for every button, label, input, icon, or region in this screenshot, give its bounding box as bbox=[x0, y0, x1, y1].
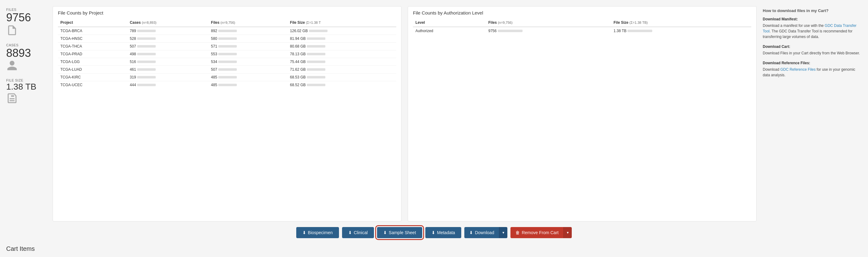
files-cell: 553 bbox=[209, 50, 287, 58]
col-project: Project bbox=[58, 19, 127, 27]
project-table-title: File Counts by Project bbox=[58, 10, 396, 15]
files-bar bbox=[218, 30, 237, 32]
cases-cell: 461 bbox=[127, 66, 208, 74]
col-level: Level bbox=[413, 19, 486, 27]
files-bar bbox=[218, 61, 237, 63]
col-auth-filesize: File Size (Σ=1.38 TB) bbox=[611, 19, 751, 27]
download-chevron-icon: ▾ bbox=[502, 230, 504, 235]
filesize-cell: 71.62 GB bbox=[287, 66, 396, 74]
cases-cell: 498 bbox=[127, 50, 208, 58]
cases-cell: 789 bbox=[127, 27, 208, 35]
cases-value: 8893 bbox=[6, 47, 46, 59]
filesize-number: 78.13 GB bbox=[290, 52, 306, 56]
auth-table-title: File Counts by Authorization Level bbox=[413, 10, 751, 15]
auth-table: Level Files (n=9,756) File Size (Σ=1.38 … bbox=[413, 19, 751, 35]
main-content: FILES 9756 CASES 8893 FILE SIZE bbox=[0, 0, 868, 221]
metadata-button[interactable]: ⬇ Metadata bbox=[425, 227, 461, 238]
info-cart: Download Cart: Download Files in your Ca… bbox=[763, 44, 862, 56]
cases-number: 789 bbox=[130, 29, 136, 33]
trash-icon: 🗑 bbox=[516, 230, 520, 235]
biospecimen-button[interactable]: ⬇ Biospecimen bbox=[296, 227, 339, 238]
sample-sheet-label: Sample Sheet bbox=[389, 230, 416, 235]
files-bar bbox=[218, 68, 237, 71]
download-caret-button[interactable]: ▾ bbox=[499, 227, 507, 238]
files-value: 9756 bbox=[6, 11, 46, 24]
filesize-bar bbox=[307, 68, 326, 71]
remove-main-button[interactable]: 🗑 Remove From Cart bbox=[510, 227, 563, 238]
disk-icon bbox=[6, 93, 46, 105]
cart-title: Download Cart: bbox=[763, 44, 862, 49]
files-bar bbox=[218, 84, 237, 86]
filesize-number: 80.68 GB bbox=[290, 44, 306, 48]
clinical-button[interactable]: ⬇ Clinical bbox=[342, 227, 374, 238]
download-icon: ⬇ bbox=[469, 230, 473, 235]
biospecimen-label: Biospecimen bbox=[308, 230, 333, 235]
cases-bar bbox=[137, 53, 156, 55]
sample-sheet-button[interactable]: ⬇ Sample Sheet bbox=[377, 227, 422, 238]
files-cell: 507 bbox=[209, 66, 287, 74]
table-row: TCGA-KIRC 319 485 68.53 GB bbox=[58, 74, 396, 81]
files-cell: 485 bbox=[209, 81, 287, 89]
files-number: 485 bbox=[211, 83, 217, 87]
remove-chevron-icon: ▾ bbox=[567, 230, 569, 235]
remove-split-button: 🗑 Remove From Cart ▾ bbox=[510, 227, 572, 238]
cases-number: 461 bbox=[130, 67, 136, 72]
table-row: Authorized 9756 1.38 TB bbox=[413, 27, 751, 35]
cases-stat: CASES 8893 bbox=[6, 43, 46, 73]
files-cell: 534 bbox=[209, 58, 287, 66]
auth-files-number: 9756 bbox=[488, 29, 497, 33]
cases-cell: 516 bbox=[127, 58, 208, 66]
filesize-cell: 75.44 GB bbox=[287, 58, 396, 66]
project-name: TCGA-THCA bbox=[58, 43, 127, 50]
files-cell: 580 bbox=[209, 35, 287, 43]
cases-bar bbox=[137, 30, 156, 32]
remove-caret-button[interactable]: ▾ bbox=[563, 227, 572, 238]
auth-filesize-cell: 1.38 TB bbox=[611, 27, 751, 35]
reference-link[interactable]: GDC Reference Files bbox=[780, 67, 816, 72]
filesize-cell: 80.68 GB bbox=[287, 43, 396, 50]
info-panel: How to download files in my Cart? Downlo… bbox=[763, 6, 862, 221]
metadata-label: Metadata bbox=[437, 230, 455, 235]
files-stat: FILES 9756 bbox=[6, 8, 46, 37]
file-icon bbox=[6, 25, 46, 37]
auth-level: Authorized bbox=[413, 27, 486, 35]
manifest-text-after: . The GDC Data Transfer Tool is recommen… bbox=[763, 29, 852, 39]
files-cell: 892 bbox=[209, 27, 287, 35]
files-cell: 485 bbox=[209, 74, 287, 81]
reference-title: Download Reference Files: bbox=[763, 60, 862, 66]
files-number: 580 bbox=[211, 36, 217, 41]
cases-number: 507 bbox=[130, 44, 136, 48]
filesize-number: 126.02 GB bbox=[290, 29, 308, 33]
files-number: 534 bbox=[211, 60, 217, 64]
download-main-button[interactable]: ⬇ Download bbox=[464, 227, 499, 238]
clinical-label: Clinical bbox=[354, 230, 368, 235]
cases-label: CASES bbox=[6, 43, 46, 47]
filesize-number: 68.53 GB bbox=[290, 75, 306, 79]
project-name: TCGA-LUAD bbox=[58, 66, 127, 74]
files-number: 892 bbox=[211, 29, 217, 33]
table-row: TCGA-HNSC 528 580 81.94 GB bbox=[58, 35, 396, 43]
filesize-bar bbox=[309, 30, 328, 32]
filesize-cell: 68.53 GB bbox=[287, 74, 396, 81]
project-name: TCGA-PRAD bbox=[58, 50, 127, 58]
files-bar bbox=[218, 45, 237, 47]
cases-bar bbox=[137, 68, 156, 71]
table-row: TCGA-PRAD 498 553 78.13 GB bbox=[58, 50, 396, 58]
col-auth-files: Files (n=9,756) bbox=[486, 19, 611, 27]
stats-panel: FILES 9756 CASES 8893 FILE SIZE bbox=[6, 6, 46, 221]
cases-cell: 528 bbox=[127, 35, 208, 43]
tables-area: File Counts by Project Project Cases (n=… bbox=[53, 6, 862, 221]
filesize-cell: 68.52 GB bbox=[287, 81, 396, 89]
filesize-number: 68.52 GB bbox=[290, 83, 306, 87]
filesize-value: 1.38 TB bbox=[6, 82, 46, 92]
files-bar bbox=[218, 37, 237, 40]
info-reference: Download Reference Files: Download GDC R… bbox=[763, 60, 862, 78]
cases-number: 444 bbox=[130, 83, 136, 87]
download-label: Download bbox=[475, 230, 494, 235]
filesize-stat: FILE SIZE 1.38 TB bbox=[6, 78, 46, 105]
table-row: TCGA-THCA 507 571 80.68 GB bbox=[58, 43, 396, 50]
project-name: TCGA-BRCA bbox=[58, 27, 127, 35]
filesize-bar bbox=[307, 37, 326, 40]
person-icon bbox=[6, 60, 46, 72]
auth-files-cell: 9756 bbox=[486, 27, 611, 35]
